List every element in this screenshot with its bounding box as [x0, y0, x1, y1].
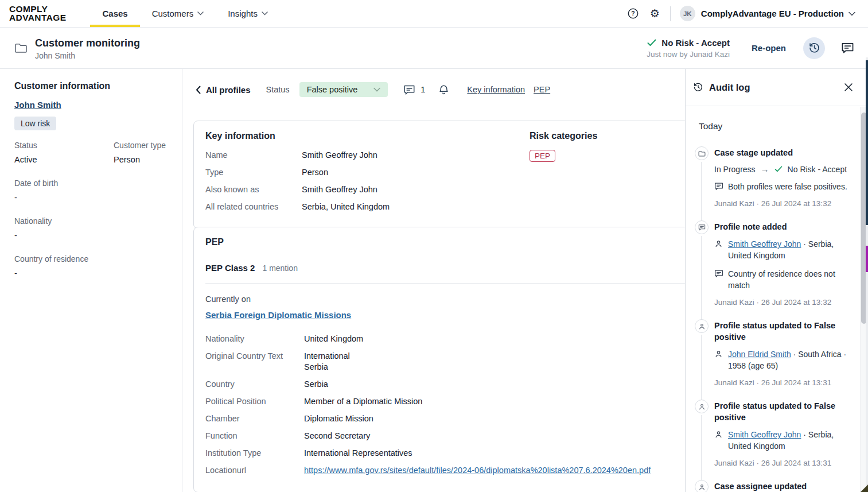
person-icon	[714, 239, 723, 248]
svg-text:?: ?	[631, 10, 635, 17]
audit-entry-case-assignee-updated: Case assignee updated	[695, 481, 859, 492]
audit-entry-profile-status-updated: Profile status updated to False positive…	[695, 320, 859, 387]
audit-entry-case-stage-updated: Case stage updated In Progress → No Risk…	[695, 147, 859, 208]
nav-tab-cases[interactable]: Cases	[90, 0, 139, 27]
org-name: ComplyAdvantage EU - Production	[701, 9, 844, 18]
comment-icon	[695, 220, 709, 234]
org-switcher[interactable]: ComplyAdvantage EU - Production	[695, 9, 855, 18]
risk-level-badge: Low risk	[14, 117, 56, 130]
anchor-key-information[interactable]: Key information	[467, 85, 525, 94]
reopen-button[interactable]: Re-open	[752, 43, 786, 53]
person-icon	[695, 480, 709, 492]
check-icon	[774, 166, 783, 172]
table-row: NationalityUnited Kingdom	[205, 334, 700, 344]
audit-entry-profile-note-added: Profile note added Smith Geoffrey John ·…	[695, 221, 859, 307]
bell-icon	[438, 84, 449, 95]
table-row: FunctionSecond Secretary	[205, 431, 700, 441]
page-title: Customer monitoring	[35, 36, 140, 50]
nav-tab-customers[interactable]: Customers	[140, 0, 216, 27]
user-avatar[interactable]: JK	[680, 6, 695, 21]
anchor-pep[interactable]: PEP	[534, 85, 550, 94]
history-icon	[808, 42, 820, 54]
field-country-of-residence: Country of residence -	[14, 254, 114, 278]
close-icon	[844, 83, 853, 92]
case-header: Customer monitoring John Smith No Risk -…	[0, 28, 868, 69]
key-information-title: Key information	[205, 131, 700, 141]
close-audit-log-button[interactable]	[842, 80, 855, 94]
arrow-right-icon: →	[761, 164, 769, 174]
profile-comments-button[interactable]: 1	[403, 84, 425, 95]
gear-icon: ⚙	[650, 8, 660, 19]
profile-link[interactable]: Smith Geoffrey John	[728, 239, 801, 249]
field-date-of-birth: Date of birth -	[14, 179, 114, 202]
risk-categories-title: Risk categories	[530, 131, 597, 141]
comment-icon	[403, 84, 415, 95]
profile-link[interactable]: John Eldrid Smith	[728, 350, 791, 359]
pep-card-title: PEP	[205, 237, 700, 247]
audit-log-header: Audit log	[686, 69, 868, 106]
field-nationality: Nationality -	[14, 216, 114, 240]
pep-list-link[interactable]: Serbia Foreign Diplomatic Missions	[205, 310, 351, 320]
sidebar-heading: Customer information	[14, 81, 170, 91]
field-customer-type: Customer type Person	[114, 141, 170, 164]
folder-icon	[14, 42, 28, 53]
notifications-bell-button[interactable]	[438, 84, 449, 95]
table-row: NameSmith Geoffrey John	[205, 150, 700, 160]
customer-link[interactable]: John Smith	[14, 100, 61, 110]
location-url-link[interactable]: https://www.mfa.gov.rs/sites/default/fil…	[304, 465, 651, 476]
status-badge: No Risk - Accept	[661, 38, 730, 48]
settings-button[interactable]: ⚙	[648, 6, 662, 21]
risk-categories: Risk categories PEP	[530, 131, 597, 162]
status-label: Status	[266, 85, 290, 94]
back-to-all-profiles[interactable]: All profiles	[196, 85, 251, 95]
nav-divider	[670, 6, 671, 21]
customer-info-sidebar: Customer information John Smith Low risk…	[0, 69, 182, 492]
divider	[205, 283, 700, 284]
table-row: Also known asSmith Geoffrey John	[205, 184, 700, 195]
chevron-down-icon	[197, 11, 204, 16]
person-icon	[695, 319, 709, 333]
case-status: No Risk - Accept Just now by Junaid Kazi	[647, 38, 730, 59]
audit-entry-meta: Junaid Kazi · 26 Jul 2024 at 13:32	[714, 199, 859, 208]
check-icon	[647, 39, 656, 47]
pep-mentions-count: 1 mention	[262, 264, 297, 273]
table-row: Locationurl https://www.mfa.gov.rs/sites…	[205, 465, 700, 476]
audit-section-label: Today	[699, 121, 859, 131]
comments-button[interactable]	[841, 42, 854, 54]
audit-log-title: Audit log	[709, 82, 750, 93]
audit-entry-meta: Junaid Kazi · 26 Jul 2024 at 13:31	[714, 459, 859, 467]
nav-right-controls: ? ⚙ JK ComplyAdvantage EU - Production	[625, 0, 868, 27]
field-status: Status Active	[14, 141, 114, 164]
page-scrollbar-highlight	[866, 246, 868, 272]
table-row: Original Country Text InternationalSerbi…	[205, 351, 700, 373]
audit-entry-profile-status-updated: Profile status updated to False positive…	[695, 400, 859, 467]
currently-on-label: Currently on	[205, 295, 700, 304]
profile-toolbar: All profiles Status False positive 1 Key…	[196, 82, 559, 98]
chevron-down-icon	[262, 11, 268, 16]
table-row: TypePerson	[205, 167, 700, 177]
profile-status-dropdown[interactable]: False positive	[299, 82, 388, 97]
pep-class-label: PEP Class 2	[205, 263, 255, 273]
comment-icon	[841, 42, 854, 54]
chevron-down-icon	[848, 11, 855, 16]
comment-icon	[714, 182, 723, 191]
table-row: ChamberDiplomatic Mission	[205, 413, 700, 424]
help-icon: ?	[628, 8, 639, 19]
audit-log-toggle-button[interactable]	[803, 37, 825, 59]
pep-risk-badge: PEP	[530, 150, 555, 162]
comment-count: 1	[421, 85, 425, 94]
audit-entry-meta: Junaid Kazi · 26 Jul 2024 at 13:31	[714, 378, 859, 387]
folder-icon	[695, 146, 709, 160]
primary-nav-tabs: Cases Customers Insights	[90, 0, 279, 27]
person-icon	[695, 400, 709, 413]
audit-entry-meta: Junaid Kazi · 26 Jul 2024 at 13:32	[714, 298, 859, 307]
table-row: All related countriesSerbia, United King…	[205, 202, 700, 212]
complyadvantage-logo: COMPLY ADVANTAGE	[9, 5, 66, 27]
pep-card: PEP PEP Class 2 1 mention Currently on S…	[193, 227, 713, 492]
profile-link[interactable]: Smith Geoffrey John	[728, 430, 801, 439]
table-row: CountrySerbia	[205, 379, 700, 390]
table-row: Political PositionMember of a Diplomatic…	[205, 396, 700, 407]
help-button[interactable]: ?	[625, 6, 641, 21]
page-scrollbar-segment[interactable]	[866, 60, 868, 225]
nav-tab-insights[interactable]: Insights	[216, 0, 280, 27]
